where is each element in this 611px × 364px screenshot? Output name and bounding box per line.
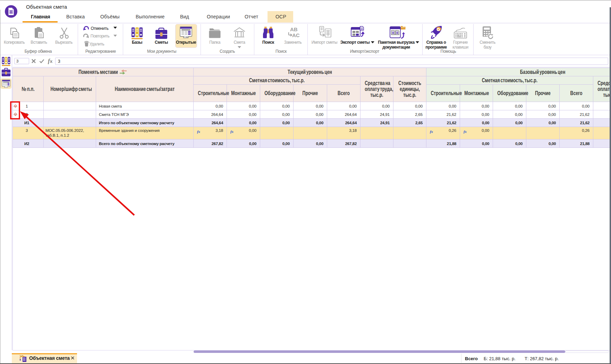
svg-text:AB: AB <box>290 26 298 32</box>
svg-text:AC: AC <box>292 32 300 38</box>
